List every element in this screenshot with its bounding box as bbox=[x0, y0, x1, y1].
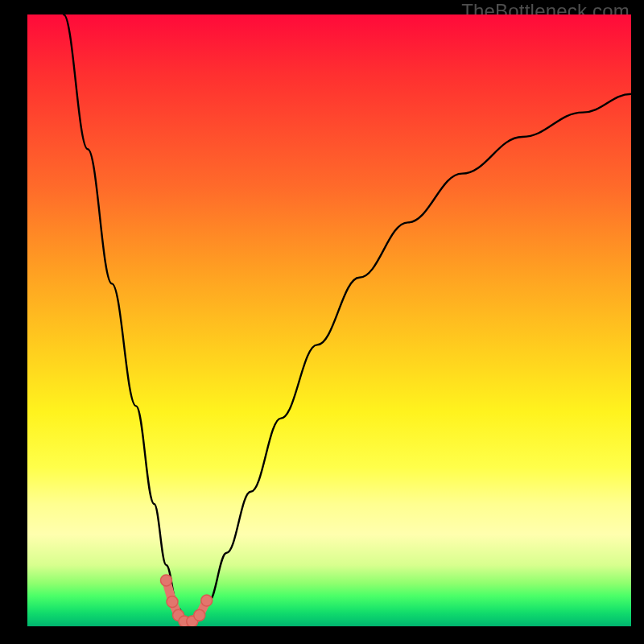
highlight-dot bbox=[161, 575, 172, 586]
highlight-dot bbox=[167, 597, 178, 608]
highlight-dot bbox=[201, 595, 213, 606]
bottleneck-curve bbox=[64, 14, 631, 623]
curve-svg bbox=[27, 14, 631, 626]
highlight-dot bbox=[194, 609, 205, 621]
highlight-dots bbox=[161, 575, 213, 626]
plot-area bbox=[27, 14, 631, 626]
chart-frame: TheBottleneck.com bbox=[0, 0, 644, 644]
